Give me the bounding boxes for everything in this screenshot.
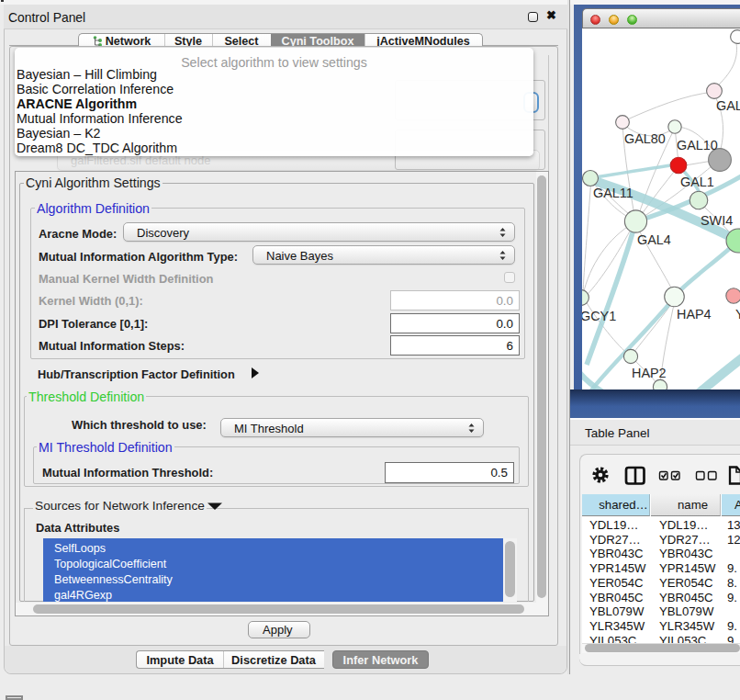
svg-text:GAL4: GAL4 bbox=[637, 232, 671, 247]
svg-text:HAP2: HAP2 bbox=[632, 366, 667, 380]
svg-text:Y: Y bbox=[735, 307, 740, 322]
svg-text:GAL11: GAL11 bbox=[593, 186, 633, 200]
svg-text:GAL: GAL bbox=[716, 98, 740, 113]
svg-text:GAL10: GAL10 bbox=[677, 138, 718, 152]
svg-text:GAL80: GAL80 bbox=[624, 131, 666, 146]
svg-text:GAL1: GAL1 bbox=[680, 175, 714, 189]
svg-text:GCY1: GCY1 bbox=[582, 309, 616, 323]
svg-text:HAP4: HAP4 bbox=[677, 307, 712, 322]
svg-text:SWI4: SWI4 bbox=[701, 213, 733, 228]
